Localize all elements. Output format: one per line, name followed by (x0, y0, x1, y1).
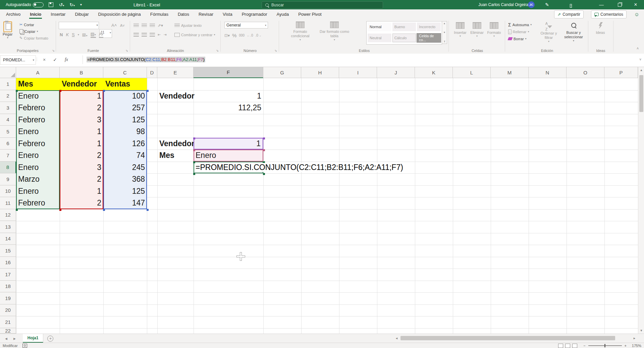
cell-E6[interactable]: Vendedor (157, 138, 194, 150)
fill-color-icon[interactable]: ▨▾ (91, 32, 96, 38)
underline-button[interactable]: S (72, 32, 75, 37)
ideas-button[interactable]: Ideas (594, 22, 607, 35)
range-A2-A11[interactable] (16, 90, 60, 209)
wrap-text-button[interactable]: Ajustar texto (174, 22, 202, 28)
style-celda-comprobacion[interactable]: Celda de co... (417, 34, 441, 42)
fill-button[interactable]: ↓ Rellenar ▾ (508, 28, 532, 35)
align-bottom-icon[interactable] (150, 23, 155, 27)
range-handle[interactable] (147, 209, 149, 211)
column-header-M[interactable]: M (491, 67, 529, 78)
range-B2-B11[interactable] (60, 90, 103, 209)
sheet-nav-right-icon[interactable]: ► (10, 337, 19, 341)
sort-filter-button[interactable]: AZ Ordenar y filtrar ▾ (538, 21, 560, 43)
avatar[interactable]: JC (528, 1, 535, 8)
column-header-H[interactable]: H (301, 67, 339, 78)
new-sheet-icon[interactable]: + (47, 336, 53, 342)
view-normal-icon[interactable] (558, 344, 563, 348)
range-C2-C11[interactable] (103, 90, 147, 209)
row-header-18[interactable]: 18 (0, 281, 16, 293)
align-top-icon[interactable] (133, 23, 139, 27)
column-header-D[interactable]: D (147, 67, 157, 78)
cell-B1[interactable]: Vendedor (60, 78, 103, 90)
row-header-10[interactable]: 10 (0, 185, 16, 197)
tab-revisar[interactable]: Revisar (194, 9, 218, 19)
decrease-decimal-icon[interactable]: .0→ (255, 34, 261, 37)
horizontal-scroll-thumb[interactable] (400, 336, 615, 340)
range-handle[interactable] (59, 209, 61, 211)
sheet-tab-hoja1[interactable]: Hoja1 (23, 334, 44, 343)
style-calculo[interactable]: Cálculo (392, 34, 416, 42)
range-handle[interactable] (59, 90, 61, 92)
restore-button[interactable] (614, 0, 625, 9)
hscroll-right-icon[interactable]: ► (633, 337, 636, 340)
redo-icon[interactable]: ↻▾ (67, 2, 77, 7)
range-handle[interactable] (263, 173, 265, 175)
range-F6[interactable]: 1 (194, 138, 263, 150)
comments-button[interactable]: Comentarios (591, 10, 627, 18)
shrink-font-icon[interactable]: A˅ (120, 22, 125, 28)
row-header-12[interactable]: 12 (0, 209, 16, 221)
column-header-N[interactable]: N (529, 67, 567, 78)
borders-icon[interactable]: ⊞▾ (82, 32, 88, 38)
row-header-6[interactable]: 6 (0, 138, 16, 150)
row-header-19[interactable]: 19 (0, 292, 16, 304)
name-box-dropdown-icon[interactable]: ▾ (33, 58, 34, 62)
copy-button[interactable]: Copiar ▾ (19, 28, 38, 35)
cell-F8-formula[interactable]: =PROMEDIO.SI.CONJUNTO(C2:C11;B2:B11;F6;A… (196, 163, 403, 172)
view-page-layout-icon[interactable] (565, 344, 570, 348)
column-header-L[interactable]: L (453, 67, 491, 78)
ink-pen-icon[interactable]: ✎ (542, 2, 552, 7)
tab-programador[interactable]: Programador (237, 9, 272, 19)
column-header-J[interactable]: J (377, 67, 415, 78)
range-handle[interactable] (147, 90, 149, 92)
row-header-22[interactable]: 22 (0, 328, 16, 334)
search-box[interactable]: Buscar (262, 1, 383, 9)
insert-cells-button[interactable]: Insertar ▾ (452, 22, 468, 38)
column-header-E[interactable]: E (157, 67, 194, 78)
horizontal-scrollbar[interactable]: ◄ ► (393, 335, 638, 341)
dialog-launcher-portapapeles[interactable]: ⇘ (52, 49, 55, 52)
column-header-K[interactable]: K (415, 67, 453, 78)
range-handle[interactable] (16, 90, 18, 92)
bold-button[interactable]: N (60, 32, 63, 37)
vertical-scroll-thumb[interactable] (639, 75, 643, 112)
dialog-launcher-fuente[interactable]: ⇘ (125, 49, 128, 52)
tab-powerpivot[interactable]: Power Pivot (293, 9, 326, 19)
column-header-F[interactable]: F (194, 67, 263, 78)
formula-input[interactable]: =PROMEDIO.SI.CONJUNTO(C2:C11;B2:B11;F6;A… (87, 57, 205, 62)
cell-F2[interactable]: 1 (194, 90, 263, 102)
tab-archivo[interactable]: Archivo (1, 9, 25, 19)
undo-icon[interactable]: ↺▾ (56, 2, 67, 7)
range-handle[interactable] (16, 209, 18, 211)
insert-function-icon[interactable]: fx (62, 55, 71, 64)
autosave-switch-icon[interactable] (33, 2, 44, 7)
cell-E7[interactable]: Mes (157, 150, 194, 162)
enter-icon[interactable]: ✓ (50, 55, 60, 64)
vertical-scrollbar[interactable]: ▲ ▼ (638, 67, 644, 334)
column-header-C[interactable]: C (103, 67, 147, 78)
close-button[interactable]: × (630, 0, 641, 9)
range-handle[interactable] (193, 173, 195, 175)
paste-button[interactable]: Pegar ▾ (3, 21, 12, 39)
share-button[interactable]: ⇗ Compartir (554, 10, 584, 18)
decrease-indent-icon[interactable]: ⇤ (158, 33, 161, 37)
range-handle[interactable] (193, 137, 195, 139)
row-header-7[interactable]: 7 (0, 150, 16, 162)
row-header-5[interactable]: 5 (0, 126, 16, 138)
autosum-button[interactable]: Σ Autosuma ▾ (508, 21, 532, 28)
scroll-up-icon[interactable]: ▲ (639, 68, 643, 72)
zoom-in-icon[interactable]: + (625, 344, 627, 348)
font-color-icon[interactable]: A▾ (99, 32, 103, 38)
styles-gallery-scrollbar[interactable]: ▲▼⊻ (442, 21, 447, 44)
column-header-B[interactable]: B (60, 67, 103, 78)
cut-button[interactable]: ✂ Cortar (19, 21, 34, 28)
tab-formulas[interactable]: Fórmulas (146, 9, 173, 19)
style-incorrecto[interactable]: Incorrecto (417, 22, 441, 31)
align-center-icon[interactable] (142, 33, 147, 37)
macro-record-icon[interactable] (22, 344, 27, 348)
tab-disposicion[interactable]: Disposición de página (94, 9, 146, 19)
range-handle[interactable] (263, 149, 265, 151)
cell-F3[interactable]: 112,25 (194, 102, 263, 114)
find-select-button[interactable]: Buscar y seleccionar ▾ (561, 21, 586, 42)
format-as-table-button[interactable]: Dar formato como tabla ▾ (319, 21, 350, 41)
